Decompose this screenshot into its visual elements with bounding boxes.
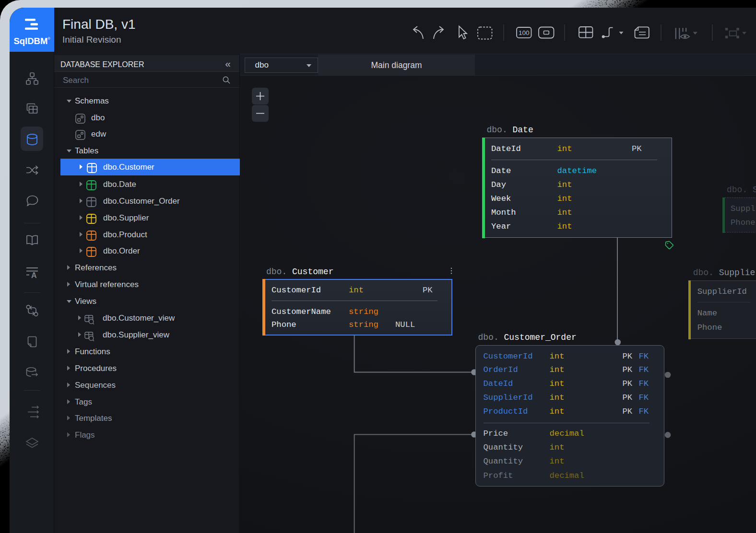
svg-text:A: A bbox=[31, 271, 37, 279]
svg-text:100: 100 bbox=[519, 29, 530, 36]
